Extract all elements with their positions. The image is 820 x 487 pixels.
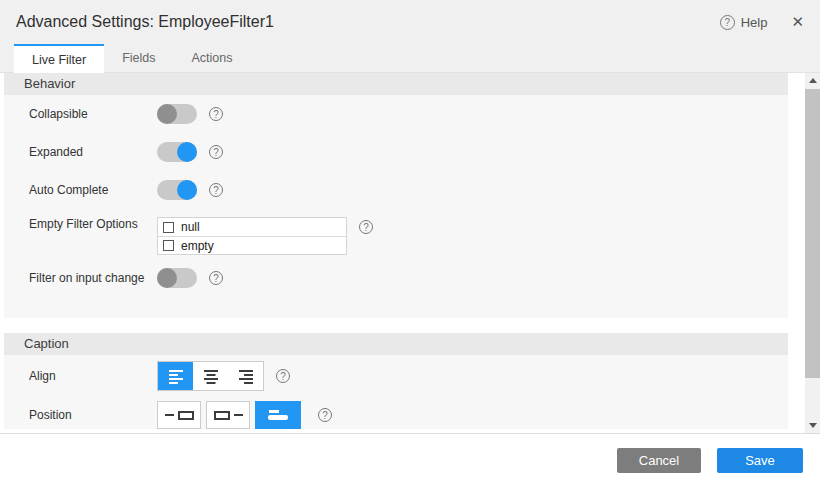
position-label-top-button[interactable]	[255, 401, 301, 429]
expanded-label: Expanded	[29, 145, 157, 159]
toggle-knob	[157, 104, 177, 124]
behavior-section-body: Collapsible ? Expanded ? Auto Complete ?	[4, 95, 788, 318]
expanded-row: Expanded ?	[4, 133, 788, 171]
label-top-icon	[269, 410, 279, 413]
align-row: Align ?	[4, 355, 788, 395]
empty-checkbox[interactable]	[163, 240, 174, 251]
scroll-up-arrow-icon[interactable]	[805, 73, 820, 88]
label-left-icon	[165, 414, 174, 416]
align-left-button[interactable]	[158, 362, 193, 390]
collapsible-label: Collapsible	[29, 107, 157, 121]
filter-on-input-change-row: Filter on input change ?	[4, 259, 788, 297]
empty-checkbox-label: empty	[181, 239, 214, 253]
filter-on-input-change-toggle[interactable]	[157, 268, 197, 288]
position-row: Position ?	[4, 395, 788, 433]
collapsible-row: Collapsible ?	[4, 95, 788, 133]
expanded-help-icon[interactable]: ?	[209, 145, 223, 159]
vertical-scrollbar[interactable]	[805, 73, 820, 433]
tab-actions[interactable]: Actions	[174, 44, 251, 72]
help-icon: ?	[720, 15, 735, 30]
behavior-section: Behavior Collapsible ? Expanded ? Auto C…	[4, 73, 788, 318]
empty-filter-options-list: null empty	[157, 217, 347, 255]
toggle-knob	[177, 142, 197, 162]
toggle-knob	[157, 268, 177, 288]
auto-complete-toggle[interactable]	[157, 180, 197, 200]
settings-content: Behavior Collapsible ? Expanded ? Auto C…	[0, 73, 805, 433]
position-help-icon[interactable]: ?	[318, 408, 332, 422]
null-checkbox[interactable]	[163, 222, 174, 233]
scroll-down-arrow-icon[interactable]	[805, 418, 820, 433]
option-null[interactable]: null	[158, 218, 346, 236]
position-label-left-button[interactable]	[157, 401, 201, 429]
tab-bar: Live Filter Fields Actions	[0, 44, 820, 73]
align-help-icon[interactable]: ?	[276, 369, 290, 383]
save-button[interactable]: Save	[717, 448, 803, 473]
empty-filter-options-label: Empty Filter Options	[29, 217, 157, 231]
dialog-title: Advanced Settings: EmployeeFilter1	[16, 13, 720, 31]
help-label: Help	[741, 15, 768, 30]
position-label-right-button[interactable]	[206, 401, 250, 429]
null-checkbox-label: null	[181, 220, 200, 234]
dialog-footer: Cancel Save	[0, 433, 820, 487]
auto-complete-row: Auto Complete ?	[4, 171, 788, 209]
auto-complete-label: Auto Complete	[29, 183, 157, 197]
caption-section-body: Align ?	[4, 355, 788, 429]
dialog-body: Behavior Collapsible ? Expanded ? Auto C…	[0, 73, 820, 433]
advanced-settings-dialog: Advanced Settings: EmployeeFilter1 ? Hel…	[0, 0, 820, 487]
tab-live-filter[interactable]: Live Filter	[14, 44, 104, 73]
filter-on-input-change-label: Filter on input change	[29, 271, 157, 285]
behavior-section-title: Behavior	[4, 73, 788, 95]
help-button[interactable]: ? Help	[720, 15, 768, 30]
close-icon[interactable]: ✕	[791, 13, 804, 31]
caption-section-title: Caption	[4, 333, 788, 355]
option-empty[interactable]: empty	[158, 236, 346, 254]
align-center-button[interactable]	[193, 362, 228, 390]
align-button-group	[157, 361, 264, 391]
cancel-button[interactable]: Cancel	[617, 448, 701, 473]
align-right-icon	[238, 368, 254, 384]
align-label: Align	[29, 369, 157, 383]
expanded-toggle[interactable]	[157, 142, 197, 162]
collapsible-help-icon[interactable]: ?	[209, 107, 223, 121]
empty-filter-options-help-icon[interactable]: ?	[359, 220, 373, 234]
position-label: Position	[29, 408, 157, 422]
align-center-icon	[203, 368, 219, 384]
toggle-knob	[177, 180, 197, 200]
auto-complete-help-icon[interactable]: ?	[209, 183, 223, 197]
filter-on-input-change-help-icon[interactable]: ?	[209, 271, 223, 285]
caption-section: Caption Align	[4, 333, 788, 429]
align-right-button[interactable]	[228, 362, 263, 390]
dialog-header: Advanced Settings: EmployeeFilter1 ? Hel…	[0, 0, 820, 44]
align-left-icon	[168, 368, 184, 384]
tab-fields[interactable]: Fields	[104, 44, 173, 72]
collapsible-toggle[interactable]	[157, 104, 197, 124]
scrollbar-thumb[interactable]	[805, 89, 820, 378]
empty-filter-options-row: Empty Filter Options null empty ?	[4, 213, 788, 259]
label-right-icon	[214, 411, 230, 420]
